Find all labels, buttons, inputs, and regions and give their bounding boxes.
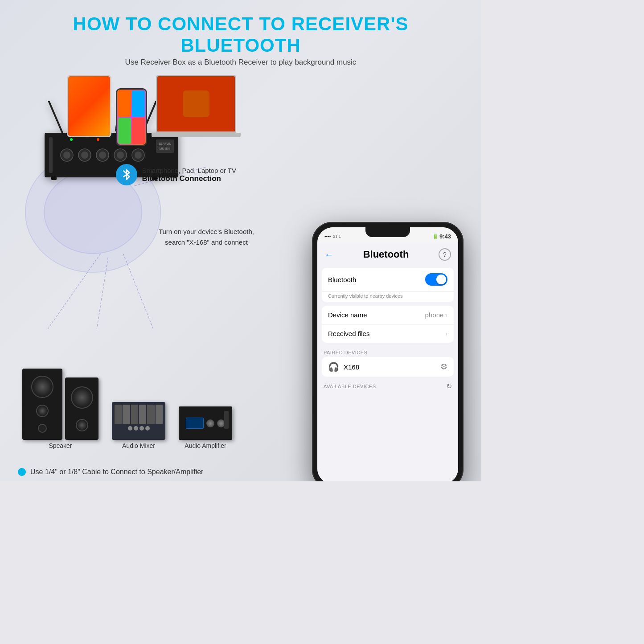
paired-device-name: X168 [344, 363, 440, 371]
tablet-mockup [67, 75, 111, 137]
bluetooth-toggle-row: Bluetooth [322, 268, 454, 291]
received-files-chevron: › [445, 330, 447, 337]
refresh-icon[interactable]: ↻ [446, 382, 452, 390]
left-side: ZERFUN MU-898 [18, 70, 258, 481]
status-left: ▪▪▪▪ 21.1 [324, 234, 341, 239]
bt-label-line2: Bluetooth Connection [142, 174, 236, 183]
content-area: ZERFUN MU-898 [18, 70, 464, 481]
back-arrow-icon[interactable]: ← [324, 250, 333, 260]
cable-note: Use 1/4" or 1/8" Cable to Connect to Spe… [18, 468, 203, 476]
laptop-base [152, 133, 241, 137]
page-title: HOW TO CONNECT TO RECEIVER'S BLUETOOTH [18, 13, 464, 56]
time-display: 9:43 [439, 233, 451, 240]
bt-label-line1: Smartphone, Pad, Laptop or TV [142, 167, 236, 174]
svg-line-6 [49, 102, 62, 133]
signal-bars: ▪▪▪▪ [324, 234, 331, 239]
mixer-box [112, 402, 165, 440]
device-name-text: phone [425, 311, 444, 319]
available-header: AVAILABLE DEVICES ↻ [322, 379, 454, 392]
available-label: AVAILABLE DEVICES [324, 384, 376, 389]
speaker-driver-2 [36, 405, 49, 417]
speaker-driver-3 [71, 386, 93, 409]
device-name-row[interactable]: Device name phone › [322, 306, 454, 324]
bluetooth-section: Bluetooth Currently visible to nearby de… [322, 268, 454, 302]
speaker-driver-4 [76, 419, 88, 431]
device-name-chevron: › [445, 312, 447, 319]
phone-outer: ▪▪▪▪ 21.1 🔋 9:43 ← [312, 222, 464, 481]
help-icon[interactable]: ? [439, 248, 451, 261]
amplifier-box [179, 406, 232, 440]
laptop-mockup [156, 75, 236, 133]
svg-text:MU-898: MU-898 [160, 147, 171, 150]
device-name-value: phone › [425, 311, 447, 319]
svg-rect-28 [51, 176, 57, 180]
svg-line-5 [123, 254, 153, 329]
paired-section-header: PAIRED DEVICES [317, 346, 458, 357]
page-subtitle: Use Receiver Box as a Bluetooth Receiver… [18, 58, 464, 67]
svg-text:ZERFUN: ZERFUN [159, 142, 171, 145]
status-right: 🔋 9:43 [432, 233, 451, 240]
speaker-left [22, 369, 62, 440]
received-files-row[interactable]: Received files › [322, 324, 454, 343]
svg-rect-11 [49, 137, 53, 173]
received-files-label: Received files [328, 330, 369, 337]
available-section: AVAILABLE DEVICES ↻ [322, 379, 454, 392]
turn-on-instruction: Turn on your device's Bluetooth, search … [159, 226, 254, 248]
phone-content: ← Bluetooth ? Bluetooth Currently v [317, 243, 458, 481]
right-side: ▪▪▪▪ 21.1 🔋 9:43 ← [267, 70, 464, 481]
amplifier-label: Audio Amplifier [185, 442, 226, 449]
svg-point-19 [117, 152, 124, 159]
cable-note-text: Use 1/4" or 1/8" Cable to Connect to Spe… [30, 468, 203, 476]
gear-icon[interactable]: ⚙ [440, 362, 447, 372]
paired-device-row[interactable]: 🎧 X168 ⚙ [322, 357, 454, 377]
main-container: HOW TO CONNECT TO RECEIVER'S BLUETOOTH U… [0, 0, 481, 481]
instruction-line1: Turn on your device's Bluetooth, [159, 226, 254, 237]
svg-point-21 [135, 152, 142, 159]
speaker-tweeter [38, 424, 47, 433]
equipment-row: Speaker [22, 369, 232, 449]
mixer-item: Audio Mixer [112, 402, 165, 449]
amp-vent [224, 411, 229, 429]
cable-dot [18, 468, 26, 476]
amp-knob-1 [206, 419, 214, 427]
svg-rect-25 [156, 139, 174, 153]
device-name-label: Device name [328, 311, 367, 319]
bt-connection-label: Smartphone, Pad, Laptop or TV Bluetooth … [116, 164, 236, 185]
bluetooth-icon-circle [116, 164, 137, 185]
bluetooth-page-title: Bluetooth [363, 249, 409, 260]
header: HOW TO CONNECT TO RECEIVER'S BLUETOOTH U… [18, 13, 464, 67]
svg-line-3 [48, 254, 101, 329]
headphone-icon: 🎧 [328, 361, 339, 372]
amplifier-item: Audio Amplifier [179, 406, 232, 449]
laptop-area [152, 75, 241, 137]
phone-screen: ▪▪▪▪ 21.1 🔋 9:43 ← [317, 227, 458, 481]
bluetooth-toggle[interactable] [425, 273, 447, 286]
phone-container: ▪▪▪▪ 21.1 🔋 9:43 ← [312, 222, 464, 481]
svg-point-22 [70, 138, 73, 141]
bt-header-row: ← Bluetooth ? [317, 243, 458, 264]
amp-display [186, 418, 204, 429]
visible-note: Currently visible to nearby devices [322, 291, 454, 302]
bluetooth-label: Bluetooth [328, 276, 356, 283]
svg-point-17 [99, 152, 106, 159]
signal-text: 21.1 [333, 234, 341, 238]
instruction-line2: search "X-168" and connect [159, 237, 254, 248]
device-info-section: Device name phone › Received files › [322, 306, 454, 343]
svg-point-15 [81, 152, 88, 159]
svg-point-23 [97, 138, 99, 141]
svg-point-13 [63, 152, 70, 159]
phone-notch [365, 227, 410, 237]
svg-line-4 [97, 257, 108, 328]
speaker-right [65, 377, 98, 440]
devices-area [67, 75, 241, 137]
speaker-driver-1 [31, 376, 53, 398]
mixer-label: Audio Mixer [122, 442, 155, 449]
phone-small-mockup [116, 88, 147, 146]
battery-icon: 🔋 [432, 234, 439, 239]
speaker-item: Speaker [22, 369, 98, 449]
speaker-label: Speaker [49, 442, 72, 449]
bt-connection-text: Smartphone, Pad, Laptop or TV Bluetooth … [142, 167, 236, 183]
